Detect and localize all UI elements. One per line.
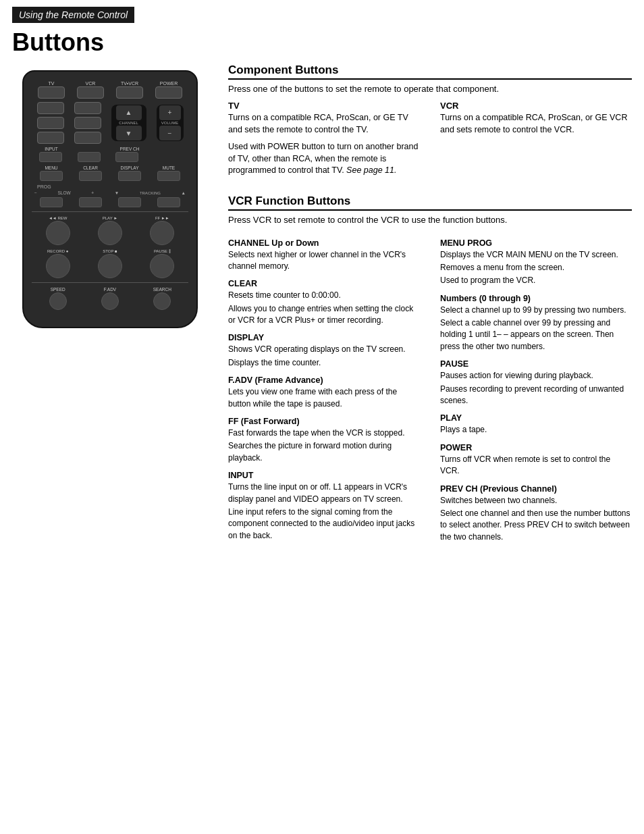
row2-btn5[interactable] [74, 117, 101, 129]
prevch-button[interactable] [115, 152, 138, 162]
play-button[interactable] [98, 221, 122, 245]
row2-btn4[interactable] [74, 102, 101, 114]
display-button[interactable] [118, 171, 141, 181]
play-func-label: PLAY [440, 413, 632, 423]
slow-label: SLOW [57, 190, 70, 195]
blank-btn[interactable] [78, 152, 101, 162]
tv-col: TV Turns on a compatible RCA, ProScan, o… [228, 101, 420, 182]
prog-label: PROG [37, 184, 51, 189]
divider-1 [32, 211, 188, 212]
vcr-col: VCR Turns on a compatible RCA, ProScan, … [440, 101, 632, 182]
pause-label: PAUSE ‖ [147, 249, 177, 253]
vcr-subtitle: Press VCR to set remote to control the V… [228, 215, 632, 225]
pause-func-desc-1: Pauses action for viewing during playbac… [440, 370, 632, 382]
row2-btn1[interactable] [37, 102, 64, 114]
channel-down-button[interactable]: ▼ [116, 126, 142, 140]
vcr-section: VCR Function Buttons Press VCR to set re… [228, 194, 632, 545]
remote-row-speed [32, 292, 188, 310]
slow-minus: − [34, 190, 37, 195]
volume-down-button[interactable]: − [159, 126, 181, 140]
display-label: DISPLAY [115, 165, 144, 170]
fadv-func-label: F.ADV (Frame Advance) [228, 375, 420, 385]
record-button[interactable] [46, 254, 70, 278]
main-layout: TV VCR TV•VCR POWER [0, 63, 644, 544]
input-button[interactable] [39, 152, 62, 162]
tv-button[interactable] [38, 86, 65, 99]
channel-up-button[interactable]: ▲ [116, 105, 142, 120]
vcr-label: VCR [76, 81, 105, 86]
stop-button[interactable] [98, 254, 122, 278]
tvvcr-label: TV•VCR [115, 81, 144, 86]
tracking-up-button[interactable] [157, 197, 180, 207]
clear-label: CLEAR [76, 165, 105, 170]
input-func-desc-2: Line input refers to the signal coming f… [228, 506, 420, 542]
channel-block: ▲ CHANNEL ▼ [111, 105, 146, 141]
fadv-func-desc: Lets you view one frame with each press … [228, 386, 420, 410]
input-label: INPUT [36, 147, 66, 151]
stop-label: STOP ■ [95, 249, 125, 253]
display-func-label: DISPLAY [228, 333, 420, 342]
mute-label: MUTE [154, 165, 184, 170]
clear-func-label: CLEAR [228, 279, 420, 288]
numbers-func-desc-1: Select a channel up to 99 by pressing tw… [440, 305, 632, 316]
vcr-cols: CHANNEL Up or Down Selects next higher o… [228, 232, 632, 545]
prevch-func-desc-2: Select one channel and then use the numb… [440, 508, 632, 543]
menu-button[interactable] [40, 171, 63, 181]
vcr-left-col: CHANNEL Up or Down Selects next higher o… [228, 232, 420, 545]
tracking-down-button[interactable] [118, 197, 141, 207]
tracking-up-arrow: ▲ [182, 190, 186, 195]
slow-minus-button[interactable] [40, 197, 63, 207]
vcr-right-col: MENU PROG Displays the VCR MAIN MENU on … [440, 232, 632, 545]
power-func-label: POWER [440, 443, 632, 452]
pause-button[interactable] [150, 254, 174, 278]
ff-func-desc-2: Searches the picture in forward motion d… [228, 440, 420, 464]
remote-rew-labels: ◄◄ REW PLAY ► FF ►► [32, 216, 188, 220]
ff-button[interactable] [150, 221, 174, 245]
numbers-func-label: Numbers (0 through 9) [440, 294, 632, 303]
vcr-section-title: VCR Function Buttons [228, 194, 632, 211]
row2-btn3[interactable] [37, 132, 64, 144]
pause-func-label: PAUSE [440, 359, 632, 369]
play-func-desc: Plays a tape. [440, 424, 632, 436]
vcr-button[interactable] [77, 86, 104, 99]
remote-row-labels-3: INPUT PREV CH [32, 147, 188, 151]
ff-func-label: FF (Fast Forward) [228, 417, 420, 426]
mute-button[interactable] [157, 171, 180, 181]
remote-speed-labels: SPEED F.ADV SEARCH [32, 287, 188, 292]
channel-func-desc: Selects next higher or lower channel in … [228, 249, 420, 273]
tvvcr-button[interactable] [116, 86, 143, 99]
power-func-desc: Turns off VCR when remote is set to cont… [440, 454, 632, 477]
row2-btn6[interactable] [74, 132, 101, 144]
prevch-func-desc-1: Switches between two channels. [440, 495, 632, 506]
remote-row-rec [32, 254, 188, 278]
tv-col-label: TV [228, 101, 420, 111]
speed-button[interactable] [49, 292, 67, 310]
slow-plus-button[interactable] [79, 197, 102, 207]
rew-button[interactable] [46, 221, 70, 245]
fadv-button[interactable] [101, 292, 119, 310]
tv-desc-1: Turns on a compatible RCA, ProScan, or G… [228, 112, 420, 136]
prevch-label: PREV CH [115, 147, 144, 151]
search-button[interactable] [153, 292, 171, 310]
component-cols: TV Turns on a compatible RCA, ProScan, o… [228, 101, 632, 182]
menuprog-func-desc-3: Used to program the VCR. [440, 275, 632, 286]
power-button[interactable] [155, 86, 182, 99]
volume-block: + VOLUME − [157, 105, 184, 141]
channel-func-label: CHANNEL Up or Down [228, 238, 420, 248]
ff-label: FF ►► [147, 216, 177, 220]
remote-area: TV VCR TV•VCR POWER [12, 70, 208, 544]
page-title: Buttons [12, 28, 644, 57]
volume-up-button[interactable]: + [159, 105, 181, 120]
clear-func-desc-1: Resets time counter to 0:00:00. [228, 290, 420, 301]
vcr-col-label: VCR [440, 101, 632, 111]
menuprog-func-desc-1: Displays the VCR MAIN MENU on the TV scr… [440, 249, 632, 261]
remote-row-4 [32, 171, 188, 181]
clear-button[interactable] [79, 171, 102, 181]
prevch-func-label: PREV CH (Previous Channel) [440, 484, 632, 494]
record-label: RECORD ● [43, 249, 73, 253]
rew-label: ◄◄ REW [43, 216, 73, 220]
menuprog-func-desc-2: Removes a menu from the screen. [440, 262, 632, 273]
row2-btn2[interactable] [37, 117, 64, 129]
tv-desc-2: Used with POWER button to turn on anothe… [228, 141, 420, 177]
component-subtitle: Press one of the buttons to set the remo… [228, 84, 632, 94]
